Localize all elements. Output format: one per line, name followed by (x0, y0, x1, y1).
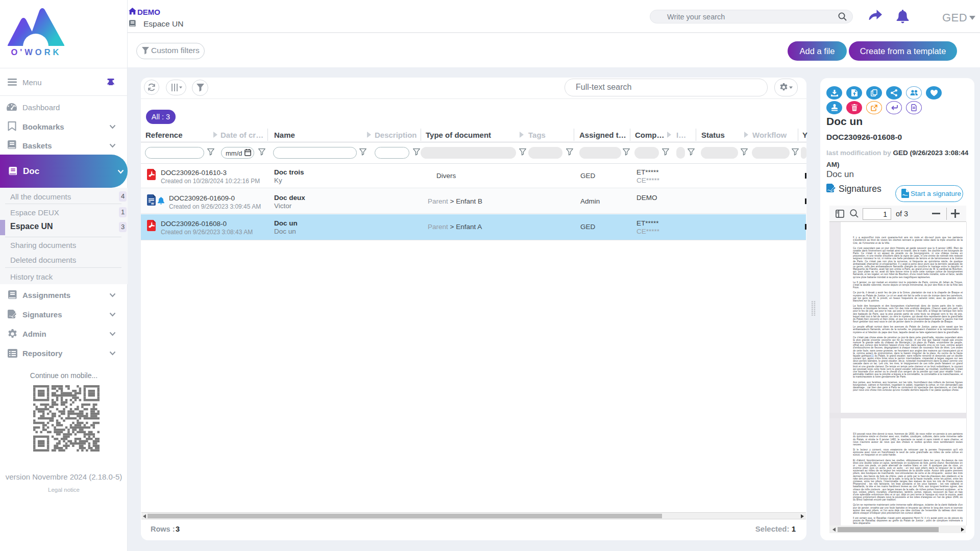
svg-text:O'WORK: O'WORK (11, 47, 62, 57)
svg-text:W: W (151, 202, 154, 205)
